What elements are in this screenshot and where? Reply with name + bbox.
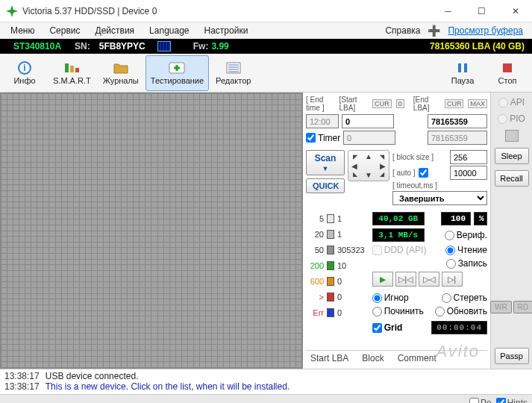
minimize-button[interactable]: ─ [431, 0, 465, 22]
endtime-input [306, 114, 339, 128]
log-msg-2: This is a new device. Click on the list,… [46, 381, 290, 392]
nav-ur[interactable]: ◥ [380, 154, 384, 160]
stop-button[interactable]: Стоп [486, 55, 529, 91]
nav-right[interactable]: ▶ [380, 162, 386, 170]
buffer-link[interactable]: Просмотр буфера [442, 24, 529, 37]
legend-block-5 [327, 214, 334, 223]
stop-icon [498, 60, 516, 75]
wr-button[interactable]: WR [490, 301, 512, 313]
toolbar: i Инфо S.M.A.R.T Журналы Тестирование Ре… [0, 54, 532, 93]
play-button[interactable]: ▶ [372, 272, 393, 287]
pause-button[interactable]: Пауза [441, 55, 484, 91]
sleep-button[interactable]: Sleep [495, 148, 529, 164]
footer: Po Hints [0, 394, 532, 403]
scan-panel: [ End time ] [Start LBA] CUR 0 [End LBA]… [303, 93, 490, 369]
test-tab[interactable]: Тестирование [145, 55, 209, 91]
blocksize-input[interactable] [450, 150, 487, 164]
menu-main[interactable]: Меню [3, 24, 42, 37]
errtab-comment: Comment [398, 353, 436, 363]
passp-button[interactable]: Passp [495, 348, 529, 364]
menu-service[interactable]: Сервис [42, 24, 87, 37]
legend-block-err [327, 308, 334, 317]
ignore-radio[interactable] [372, 293, 382, 303]
read-radio[interactable] [445, 246, 455, 255]
device-statusbar: ST340810A SN: 5FB8YPYC Fw: 3.99 78165360… [0, 39, 532, 54]
test-icon [168, 60, 186, 75]
legend-block-50 [327, 246, 334, 254]
erase-radio[interactable] [442, 293, 451, 303]
bidir-button[interactable]: ▷◁ [419, 272, 439, 287]
po-checkbox[interactable] [469, 398, 479, 403]
legend-block-20 [327, 230, 334, 239]
hints-checkbox[interactable] [496, 398, 506, 403]
rd-button[interactable]: RD [513, 301, 532, 313]
ddd-checkbox [372, 246, 382, 255]
cur-tag-1[interactable]: CUR [372, 99, 392, 108]
log-time-1: 13:38:17 [4, 371, 40, 381]
endlba-input[interactable] [428, 114, 487, 128]
pause-icon [454, 60, 472, 75]
app-icon [6, 5, 18, 17]
nav-dl[interactable]: ◣ [353, 171, 357, 178]
nav-pad: ▲ ▼ ◀ ▶ ◤ ◥ ◣ ◢ [348, 150, 389, 181]
errtab-block: Block [362, 353, 384, 363]
device-fw: 3.99 [208, 41, 228, 51]
logs-tab[interactable]: Журналы [98, 55, 144, 91]
info-tab[interactable]: i Инфо [3, 55, 46, 91]
startlba-label: [Start LBA] [339, 96, 369, 112]
nav-up[interactable]: ▲ [365, 152, 372, 160]
error-table-header: Start LBA Block Comment [306, 350, 487, 366]
device-model: ST340810A [0, 41, 75, 51]
refresh-radio[interactable] [435, 307, 445, 316]
verif-radio[interactable] [445, 231, 454, 240]
window-title: Victoria 5.37 HDD/SSD | Device 0 [22, 6, 431, 16]
editor-tab[interactable]: Редактор [210, 55, 256, 91]
legend-block-slow [327, 293, 334, 302]
write-radio[interactable] [446, 259, 456, 269]
menu-settings[interactable]: Настройки [197, 24, 256, 37]
svg-rect-11 [458, 63, 461, 72]
prev-button[interactable]: ▷|◁ [395, 272, 416, 287]
svg-rect-4 [75, 68, 79, 72]
pct-display: 100 [441, 212, 471, 225]
smart-icon [63, 60, 81, 75]
menubar: Меню Сервис Действия Language Настройки … [0, 22, 532, 39]
timer-display: 00:00:04 [431, 321, 487, 334]
folder-icon [112, 60, 130, 75]
legend-block-200 [327, 261, 334, 270]
zero-tag[interactable]: 0 [396, 99, 404, 108]
maximize-button[interactable]: ☐ [465, 0, 498, 22]
endlba-label: [End LBA] [413, 96, 440, 112]
cur-tag-2[interactable]: CUR [445, 99, 464, 108]
svg-rect-2 [65, 63, 69, 72]
legend-block-600 [327, 277, 334, 286]
close-button[interactable]: ✕ [498, 0, 532, 22]
auto-checkbox[interactable] [419, 168, 428, 178]
fix-radio[interactable] [372, 307, 382, 316]
menu-language[interactable]: Language [142, 24, 196, 37]
recall-button[interactable]: Recall [495, 170, 529, 187]
startlba-input[interactable] [342, 114, 394, 128]
menu-help[interactable]: Справка [378, 24, 428, 37]
nav-ul[interactable]: ◤ [353, 154, 357, 160]
nav-dr[interactable]: ◢ [380, 171, 384, 178]
finish-select[interactable]: Завершить [392, 191, 487, 205]
timeout-input[interactable] [450, 166, 487, 180]
quick-button[interactable]: QUICK [306, 178, 345, 193]
status-led [505, 130, 519, 142]
device-sn: 5FB8YPYC [90, 41, 154, 51]
startlba2-input [343, 131, 395, 145]
nav-left[interactable]: ◀ [351, 162, 357, 170]
chip-icon [157, 41, 171, 51]
log-area: 13:38:17USB device connected. 13:38:17Th… [0, 369, 532, 394]
menu-actions[interactable]: Действия [88, 24, 143, 37]
smart-tab[interactable]: S.M.A.R.T [48, 55, 96, 91]
pio-radio [498, 114, 507, 124]
nav-down[interactable]: ▼ [365, 171, 372, 179]
blocksize-label: [ block size ] [392, 153, 434, 161]
scan-button[interactable]: Scan ▼ [306, 150, 345, 175]
timer-checkbox[interactable] [306, 133, 316, 143]
max-tag[interactable]: MAX [468, 99, 487, 108]
grid-checkbox[interactable] [372, 323, 382, 333]
skip-button[interactable]: ▷| [442, 272, 463, 287]
